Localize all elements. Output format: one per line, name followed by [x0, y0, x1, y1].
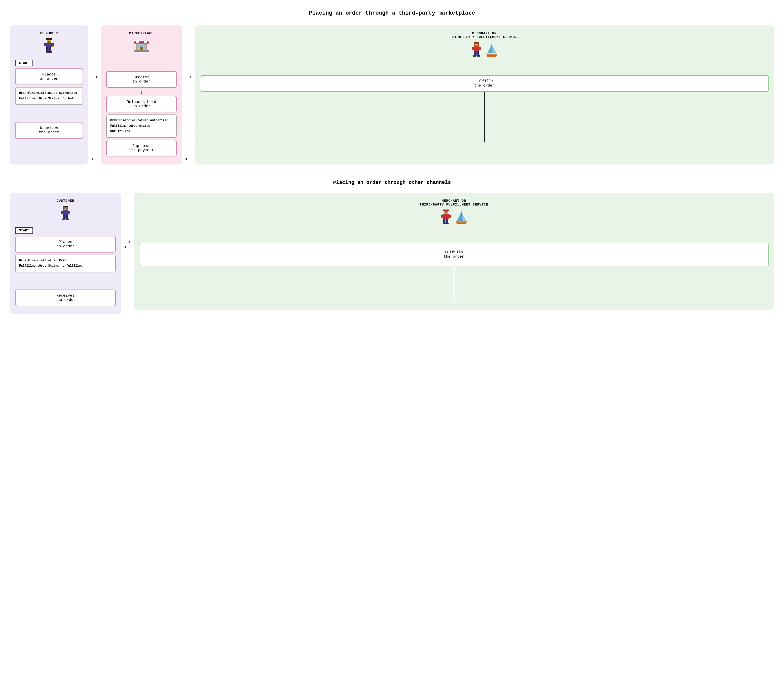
svg-rect-60	[66, 215, 68, 219]
d1-marketplace-char	[106, 38, 177, 54]
svg-marker-79	[457, 212, 461, 220]
svg-marker-64	[129, 241, 131, 243]
svg-marker-80	[462, 213, 466, 220]
d1-customer-receives-box: Receives the order	[15, 122, 83, 138]
svg-rect-31	[474, 42, 479, 43]
d2-merchant-fulfills-box: Fulfills the order	[139, 243, 769, 266]
svg-rect-33	[475, 45, 476, 46]
svg-rect-8	[52, 46, 54, 47]
svg-rect-58	[69, 213, 70, 215]
d1-marketplace-header: MARKETPLACE	[106, 31, 177, 35]
svg-rect-37	[479, 47, 481, 50]
svg-rect-74	[449, 215, 451, 217]
d1-mp-info: OrderFinancialStatus: Authorized Fulfill…	[106, 114, 177, 138]
d1-arrow-left-2	[184, 156, 192, 161]
d2-mid-spacer	[15, 275, 116, 289]
d2-merchant-vline-svg	[454, 266, 454, 302]
d1-marketplace-releases-box: Releases hold on order	[106, 96, 177, 112]
d1-mid-spacer	[15, 107, 83, 122]
svg-rect-3	[48, 41, 49, 42]
svg-rect-72	[443, 214, 449, 219]
svg-rect-5	[46, 43, 52, 47]
d1-arrow-col-1	[91, 25, 99, 164]
svg-marker-14	[96, 76, 98, 78]
d1-marketplace-captures-box: Captures the payment	[106, 140, 177, 156]
d2-customer-sprite	[59, 206, 72, 222]
d2-customer-info: OrderFinancialStatus: Paid FulfillmentOr…	[15, 255, 116, 272]
svg-rect-4	[49, 41, 50, 42]
d2-customer-col: CUSTOMER S	[10, 193, 121, 314]
d2-merchant-icons-row	[139, 209, 769, 225]
svg-rect-54	[66, 209, 67, 209]
svg-rect-6	[44, 43, 46, 46]
d1-merchant-down-line	[200, 92, 769, 142]
svg-rect-44	[492, 44, 492, 54]
d2-merchant-col: MERCHANT OR THIRD-PARTY FULFILLMENT SERV…	[134, 193, 774, 310]
d1-customer-col: CUSTOMER	[10, 25, 88, 164]
svg-rect-76	[446, 219, 448, 223]
d2-arrow-right-1	[124, 240, 132, 245]
svg-marker-16	[91, 158, 93, 160]
diagram1-arrows-container: CUSTOMER	[10, 25, 774, 164]
svg-rect-1	[46, 38, 52, 40]
d1-merchant-icons-row	[200, 42, 769, 58]
d1-customer-places-box: Places an order	[15, 68, 83, 85]
d1-merchant-fulfills-box: Fulfills the order	[200, 75, 769, 92]
svg-rect-55	[63, 210, 68, 215]
svg-marker-43	[492, 46, 496, 53]
d1-merchant-vline	[484, 92, 485, 142]
d1-shop-sprite	[134, 38, 149, 52]
d1-merchant-spacer	[200, 62, 769, 75]
d1-marketplace-creates-box: Creates an order	[106, 71, 177, 88]
svg-rect-70	[445, 212, 445, 213]
d1-customer-info: OrderFinancialStatus: Authorized Fulfill…	[15, 87, 83, 105]
d1-merchant-sprite	[471, 42, 482, 58]
svg-marker-66	[124, 246, 126, 248]
svg-rect-25	[144, 41, 147, 43]
svg-rect-51	[63, 206, 68, 207]
svg-marker-42	[487, 44, 492, 53]
d2-merchant-header: MERCHANT OR THIRD-PARTY FULFILLMENT SERV…	[139, 199, 769, 207]
d1-start-badge: START	[15, 59, 33, 66]
svg-marker-27	[190, 76, 192, 78]
svg-rect-75	[443, 219, 445, 223]
d2-start-row: START	[15, 227, 116, 234]
d2-merchant-top-spacer	[139, 229, 769, 243]
svg-rect-34	[477, 45, 478, 46]
d2-start-badge: START	[15, 227, 33, 234]
svg-rect-62	[66, 219, 69, 220]
svg-rect-9	[46, 47, 49, 52]
svg-rect-68	[443, 209, 449, 211]
svg-rect-38	[474, 51, 476, 56]
svg-rect-12	[49, 51, 52, 53]
svg-rect-78	[446, 223, 449, 224]
d2-customer-receives-box: Receives the order	[15, 289, 116, 306]
svg-rect-36	[472, 47, 474, 50]
d1-arrow-col-2	[184, 25, 192, 164]
svg-rect-22	[140, 46, 143, 50]
svg-rect-83	[456, 221, 466, 223]
d2-arrow-col	[124, 193, 132, 252]
d1-marketplace-col: MARKETPLACE Cre	[101, 25, 182, 164]
d2-arrow-left	[124, 245, 132, 250]
d1-mp-arrow-down-1: ↓	[106, 90, 177, 95]
svg-rect-61	[62, 219, 65, 220]
d2-customer-places-box: Places an order	[15, 236, 116, 253]
svg-rect-11	[46, 51, 49, 53]
d1-arrow-right-2	[184, 74, 192, 79]
d1-merchant-col: MERCHANT OR THIRD-PARTY FULFILLMENT SERV…	[195, 25, 774, 164]
d1-customer-sprite	[43, 38, 55, 54]
diagram2-section: Placing an order through other channels …	[10, 179, 774, 314]
svg-rect-40	[473, 55, 476, 57]
d1-merchant-header: MERCHANT OR THIRD-PARTY FULFILLMENT SERV…	[200, 31, 769, 39]
d1-sailboat-sprite	[485, 43, 498, 58]
svg-rect-71	[446, 212, 447, 213]
diagram1-title: Placing an order through a third-party m…	[10, 10, 774, 16]
svg-rect-23	[134, 50, 149, 52]
svg-rect-10	[49, 47, 51, 52]
svg-rect-39	[476, 51, 479, 56]
d2-merchant-vline	[139, 266, 769, 302]
svg-rect-73	[441, 215, 443, 217]
d1-customer-char	[15, 38, 83, 56]
diagram1-section: Placing an order through a third-party m…	[10, 10, 774, 164]
